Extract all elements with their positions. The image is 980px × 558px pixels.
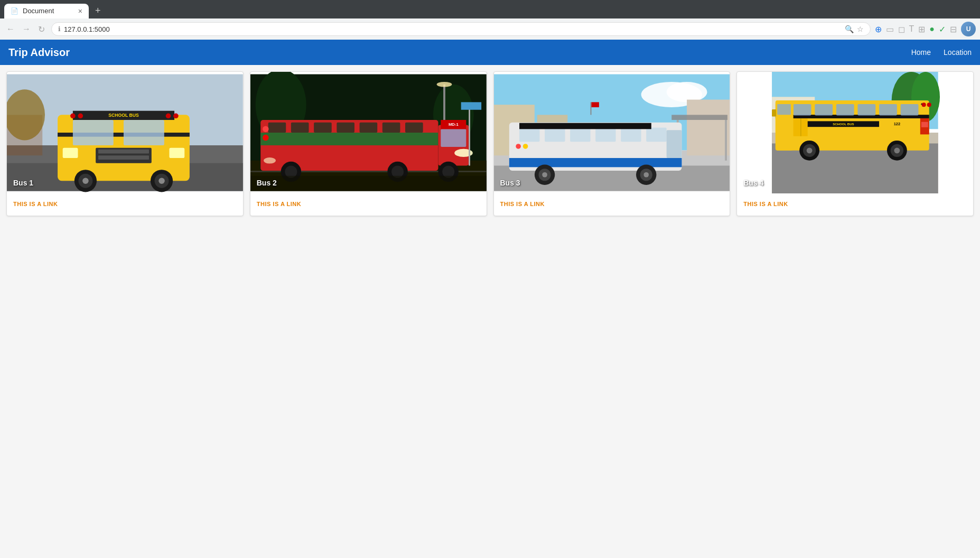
svg-text:SCHOOL BUS: SCHOOL BUS <box>833 122 854 126</box>
svg-rect-77 <box>646 127 666 142</box>
tab-favicon: 📄 <box>11 7 18 15</box>
extension1-icon[interactable]: ● <box>929 24 935 34</box>
svg-rect-36 <box>291 123 309 133</box>
svg-rect-39 <box>359 123 377 133</box>
svg-point-23 <box>78 113 83 118</box>
bus3-scene <box>494 72 730 193</box>
bus4-image: SCHOOL BUS 122 ▲ <box>737 72 973 193</box>
svg-point-21 <box>158 178 165 184</box>
svg-point-84 <box>542 172 547 178</box>
bus2-link[interactable]: THIS IS A LINK <box>257 201 301 207</box>
svg-rect-104 <box>815 104 833 116</box>
app-navbar: Trip Advisor Home Location <box>0 40 980 65</box>
svg-rect-8 <box>124 120 164 145</box>
tab-close-button[interactable]: × <box>78 7 82 15</box>
nav-controls: ← → ↻ <box>4 23 47 35</box>
svg-point-125 <box>927 103 931 107</box>
apps-icon[interactable]: ⊞ <box>918 24 925 34</box>
svg-rect-106 <box>858 104 876 116</box>
forward-button[interactable]: → <box>20 23 33 35</box>
address-bar[interactable]: ℹ 127.0.0.1:5000 🔍 ☆ <box>51 22 871 36</box>
svg-point-18 <box>82 178 89 184</box>
svg-rect-35 <box>268 123 286 133</box>
svg-text:▲: ▲ <box>920 102 923 105</box>
svg-rect-110 <box>777 104 791 115</box>
tab-bar: 📄 Document × + <box>4 3 976 18</box>
svg-rect-81 <box>519 123 651 129</box>
address-bar-row: ← → ↻ ℹ 127.0.0.1:5000 🔍 ☆ ⊕ ▭ ◻ T ⊞ ● ✓… <box>0 18 980 40</box>
browser-chrome: 📄 Document × + <box>0 0 980 18</box>
main-content: SCHOOL BUS Bus 1 THIS IS A LI <box>0 65 980 222</box>
bus2-label: Bus 2 <box>257 179 277 187</box>
bus2-card: MD-1 <box>250 71 487 216</box>
bus2-image: MD-1 <box>250 72 487 193</box>
svg-rect-64 <box>687 100 730 156</box>
tab-title: Document <box>23 7 54 15</box>
new-tab-button[interactable]: + <box>91 3 105 18</box>
svg-rect-89 <box>591 102 599 107</box>
svg-rect-13 <box>98 155 149 160</box>
svg-rect-103 <box>794 104 811 116</box>
svg-rect-7 <box>73 120 114 145</box>
svg-rect-88 <box>590 102 591 115</box>
bus1-image: SCHOOL BUS Bus 1 <box>7 72 243 193</box>
svg-text:MD-1: MD-1 <box>449 123 459 127</box>
svg-rect-57 <box>469 105 470 165</box>
extension3-icon[interactable]: ⊟ <box>950 24 957 34</box>
nav-links: Home Location <box>911 48 972 57</box>
svg-rect-37 <box>314 123 332 133</box>
cast-icon[interactable]: ▭ <box>886 24 894 34</box>
bus4-card: SCHOOL BUS 122 ▲ <box>736 71 974 216</box>
svg-point-30 <box>436 82 452 87</box>
nav-location-link[interactable]: Location <box>944 48 972 57</box>
info-icon: ℹ <box>58 25 61 33</box>
svg-point-62 <box>666 82 707 102</box>
bus4-label: Bus 4 <box>743 179 763 187</box>
svg-rect-75 <box>595 127 615 142</box>
bus4-link[interactable]: THIS IS A LINK <box>743 201 788 207</box>
svg-rect-9 <box>63 148 78 158</box>
back-button[interactable]: ← <box>4 23 17 35</box>
svg-point-87 <box>643 172 649 178</box>
extensions-icon[interactable]: ⊕ <box>875 24 882 34</box>
svg-rect-99 <box>772 143 938 193</box>
bus1-card-body: THIS IS A LINK <box>7 193 243 216</box>
bus3-label: Bus 3 <box>500 179 520 187</box>
bus1-label: Bus 1 <box>13 179 33 187</box>
cards-grid: SCHOOL BUS Bus 1 THIS IS A LI <box>6 71 974 216</box>
profile-avatar[interactable]: U <box>961 22 976 36</box>
extension2-icon[interactable]: ✓ <box>939 24 946 34</box>
bookmark-icon[interactable]: ☆ <box>857 25 864 33</box>
svg-rect-114 <box>921 122 928 127</box>
svg-rect-72 <box>519 127 539 142</box>
svg-point-22 <box>70 113 76 118</box>
reload-button[interactable]: ↻ <box>36 23 47 35</box>
svg-point-79 <box>516 144 521 149</box>
translate-icon[interactable]: T <box>909 24 914 34</box>
app-title: Trip Advisor <box>8 46 911 59</box>
url-text: 127.0.0.1:5000 <box>64 25 842 33</box>
svg-rect-12 <box>98 150 149 154</box>
svg-rect-41 <box>405 123 423 133</box>
active-tab[interactable]: 📄 Document × <box>4 4 89 18</box>
bus2-card-body: THIS IS A LINK <box>250 193 487 216</box>
bus1-scene: SCHOOL BUS <box>7 72 243 193</box>
svg-rect-43 <box>441 129 466 147</box>
bus4-scene: SCHOOL BUS 122 ▲ <box>737 72 973 193</box>
screenshot-icon[interactable]: ◻ <box>898 24 905 34</box>
browser-toolbar: ⊕ ▭ ◻ T ⊞ ● ✓ ⊟ U <box>875 22 976 36</box>
svg-point-25 <box>173 113 179 118</box>
bus3-link[interactable]: THIS IS A LINK <box>500 201 545 207</box>
svg-rect-40 <box>382 123 400 133</box>
svg-point-47 <box>264 157 276 164</box>
svg-point-123 <box>894 147 900 153</box>
svg-rect-68 <box>725 120 727 161</box>
svg-point-80 <box>522 144 528 149</box>
nav-home-link[interactable]: Home <box>911 48 931 57</box>
svg-rect-38 <box>337 123 354 133</box>
bus1-card: SCHOOL BUS Bus 1 THIS IS A LI <box>6 71 244 216</box>
svg-point-55 <box>263 135 269 141</box>
svg-rect-58 <box>461 102 481 109</box>
bus1-link[interactable]: THIS IS A LINK <box>13 201 58 207</box>
svg-rect-66 <box>671 115 727 120</box>
